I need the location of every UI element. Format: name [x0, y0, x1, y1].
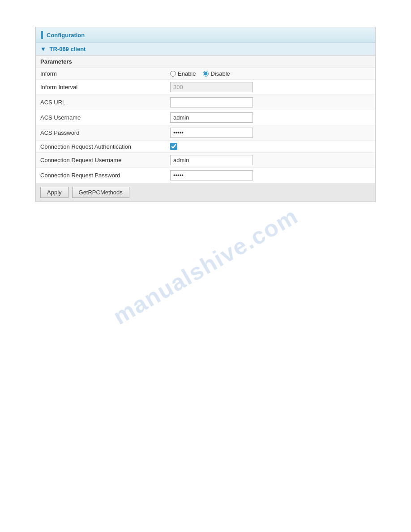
action-row: Apply GetRPCMethods [36, 183, 375, 202]
inform-disable-label[interactable]: Disable [203, 70, 230, 77]
inform-disable-radio[interactable] [203, 71, 209, 77]
get-rpc-button[interactable]: GetRPCMethods [72, 187, 129, 198]
section-header: ▼ TR-069 client [36, 43, 375, 56]
acs-password-label: ACS Password [40, 129, 170, 136]
conn-req-auth-row: Connection Request Authentication [36, 141, 375, 153]
conn-req-username-input[interactable] [170, 155, 253, 165]
acs-password-row: ACS Password [36, 125, 375, 141]
acs-url-label: ACS URL [40, 99, 170, 106]
collapse-arrow[interactable]: ▼ [40, 46, 46, 52]
conn-req-auth-checkbox[interactable] [170, 143, 177, 150]
config-card: Configuration ▼ TR-069 client Parameters… [35, 27, 376, 202]
acs-username-row: ACS Username [36, 110, 375, 125]
acs-url-input[interactable] [170, 97, 253, 107]
inform-row: Inform Enable Disable [36, 68, 375, 80]
acs-url-row: ACS URL [36, 95, 375, 110]
header-bar [41, 31, 43, 39]
conn-req-password-input[interactable] [170, 170, 253, 180]
inform-disable-text: Disable [210, 70, 230, 77]
inform-enable-text: Enable [178, 70, 196, 77]
conn-req-password-label: Connection Request Password [40, 172, 170, 179]
acs-username-label: ACS Username [40, 114, 170, 121]
params-label: Parameters [40, 58, 72, 65]
inform-label: Inform [40, 70, 170, 77]
inform-radio-group: Enable Disable [170, 70, 230, 77]
acs-username-input[interactable] [170, 112, 253, 123]
acs-password-input[interactable] [170, 128, 253, 138]
conn-req-username-row: Connection Request Username [36, 153, 375, 168]
config-title: Configuration [47, 32, 85, 39]
inform-enable-radio[interactable] [170, 71, 176, 77]
apply-button[interactable]: Apply [40, 187, 68, 198]
inform-enable-label[interactable]: Enable [170, 70, 196, 77]
params-header: Parameters [36, 56, 375, 68]
conn-req-auth-label: Connection Request Authentication [40, 143, 170, 150]
inform-interval-input[interactable] [170, 82, 253, 92]
conn-req-username-label: Connection Request Username [40, 157, 170, 163]
inform-interval-label: Inform Interval [40, 84, 170, 90]
config-header: Configuration [36, 27, 375, 43]
section-title: TR-069 client [50, 46, 86, 52]
inform-interval-row: Inform Interval [36, 80, 375, 95]
conn-req-password-row: Connection Request Password [36, 168, 375, 183]
